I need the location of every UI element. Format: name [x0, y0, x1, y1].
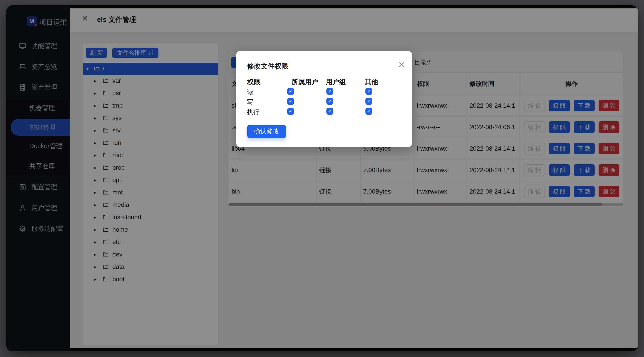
- confirm-modify-button[interactable]: 确认修改: [247, 125, 286, 138]
- checkbox-read-other[interactable]: ✓: [366, 88, 372, 95]
- check-icon: ✓: [288, 109, 292, 114]
- checkbox-write-group[interactable]: ✓: [326, 98, 333, 105]
- check-icon: ✓: [367, 99, 371, 104]
- checkbox-read-owner[interactable]: ✓: [287, 88, 294, 95]
- checkbox-execute-owner[interactable]: ✓: [287, 108, 294, 115]
- perm-column-header: 用户组: [326, 77, 346, 87]
- checkbox-execute-other[interactable]: ✓: [366, 108, 372, 115]
- check-icon: ✓: [328, 99, 332, 104]
- close-icon[interactable]: ✕: [398, 61, 405, 69]
- checkbox-execute-group[interactable]: ✓: [326, 108, 333, 115]
- check-icon: ✓: [367, 109, 371, 114]
- perm-column-header: 其他: [365, 77, 378, 87]
- perm-row-label-read: 读: [247, 88, 253, 97]
- checkbox-read-group[interactable]: ✓: [326, 88, 333, 95]
- perm-column-header: 权限: [247, 77, 260, 87]
- check-icon: ✓: [328, 89, 332, 94]
- perm-column-header: 所属用户: [292, 77, 318, 87]
- modal-title: 修改文件权限: [247, 61, 288, 71]
- checkbox-write-owner[interactable]: ✓: [287, 98, 294, 105]
- modify-permissions-modal: 修改文件权限 ✕ 权限 所属用户 用户组 其他 读 写 执行 ✓ ✓ ✓ ✓ ✓…: [236, 51, 412, 147]
- checkbox-write-other[interactable]: ✓: [366, 98, 372, 105]
- perm-row-label-execute: 执行: [247, 108, 260, 116]
- check-icon: ✓: [367, 89, 371, 94]
- desktop: M 项目运维 功能管理 资产总览 资产管理: [0, 0, 644, 357]
- check-icon: ✓: [288, 89, 292, 94]
- app-window: M 项目运维 功能管理 资产总览 资产管理: [6, 5, 638, 351]
- perm-row-label-write: 写: [247, 98, 253, 106]
- check-icon: ✓: [288, 99, 292, 104]
- check-icon: ✓: [328, 109, 332, 114]
